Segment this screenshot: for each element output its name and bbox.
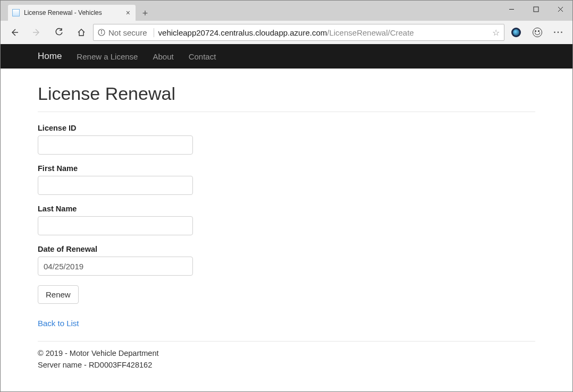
favicon-icon (12, 9, 20, 16)
url-host: vehicleapp20724.centralus.cloudapp.azure… (158, 28, 327, 37)
field-license-id: License ID (38, 124, 535, 155)
label-license-id: License ID (38, 124, 535, 132)
nav-renew-license[interactable]: Renew a License (77, 52, 138, 61)
window-minimize-button[interactable] (499, 1, 524, 18)
address-bar[interactable]: Not secure vehicleapp20724.centralus.clo… (93, 24, 504, 41)
tab-title: License Renewal - Vehicles (24, 9, 125, 16)
smiley-icon (533, 28, 542, 37)
back-button[interactable] (4, 22, 25, 43)
more-icon: ··· (553, 28, 563, 37)
security-label-text: Not secure (108, 28, 147, 37)
new-tab-button[interactable]: + (138, 6, 153, 21)
browser-chrome: License Renewal - Vehicles × + (1, 1, 572, 44)
input-license-id[interactable] (38, 135, 193, 155)
footer-copyright: © 2019 - Motor Vehicle Department (38, 349, 535, 357)
toolbar-row: Not secure vehicleapp20724.centralus.clo… (1, 21, 572, 44)
page-title: License Renewal (38, 83, 535, 104)
title-divider (38, 112, 535, 112)
site-navbar: Home Renew a License About Contact (1, 44, 572, 69)
feedback-button[interactable] (527, 22, 548, 43)
browser-tab-active[interactable]: License Renewal - Vehicles × (8, 5, 136, 21)
renew-button[interactable]: Renew (38, 285, 79, 304)
info-icon (98, 29, 105, 36)
footer-server-name: Server name - RD0003FF428162 (38, 361, 535, 369)
home-button[interactable] (71, 22, 92, 43)
extension-button[interactable] (505, 22, 527, 43)
security-indicator[interactable]: Not secure (98, 28, 154, 37)
url-path: /LicenseRenewal/Create (327, 28, 414, 37)
input-first-name[interactable] (38, 176, 193, 195)
window-close-button[interactable] (548, 1, 572, 18)
window-maximize-button[interactable] (524, 1, 548, 18)
field-first-name: First Name (38, 164, 535, 195)
label-first-name: First Name (38, 164, 535, 173)
favorite-star-icon[interactable]: ☆ (492, 28, 500, 38)
svg-point-8 (101, 30, 102, 31)
page-body: Home Renew a License About Contact Licen… (1, 44, 572, 369)
nav-home[interactable]: Home (38, 51, 62, 62)
tab-strip: License Renewal - Vehicles × + (1, 1, 572, 21)
nav-contact[interactable]: Contact (189, 52, 216, 61)
window-controls (499, 1, 572, 18)
main-container: License Renewal License ID First Name La… (1, 69, 572, 369)
toolbar-right-icons: ··· (505, 22, 569, 43)
footer-divider (38, 341, 535, 342)
back-to-list-link[interactable]: Back to List (38, 319, 79, 328)
forward-button[interactable] (26, 22, 47, 43)
input-last-name[interactable] (38, 216, 193, 235)
url-text: vehicleapp20724.centralus.cloudapp.azure… (158, 28, 414, 37)
svg-rect-1 (534, 7, 538, 12)
refresh-button[interactable] (48, 22, 70, 43)
menu-button[interactable]: ··· (548, 22, 569, 43)
label-last-name: Last Name (38, 204, 535, 213)
tab-close-icon[interactable]: × (125, 8, 131, 17)
input-date-of-renewal[interactable] (38, 257, 193, 276)
field-date-of-renewal: Date of Renewal (38, 245, 535, 276)
nav-about[interactable]: About (153, 52, 173, 61)
label-date-of-renewal: Date of Renewal (38, 245, 535, 253)
extension-icon (511, 28, 521, 37)
field-last-name: Last Name (38, 204, 535, 235)
